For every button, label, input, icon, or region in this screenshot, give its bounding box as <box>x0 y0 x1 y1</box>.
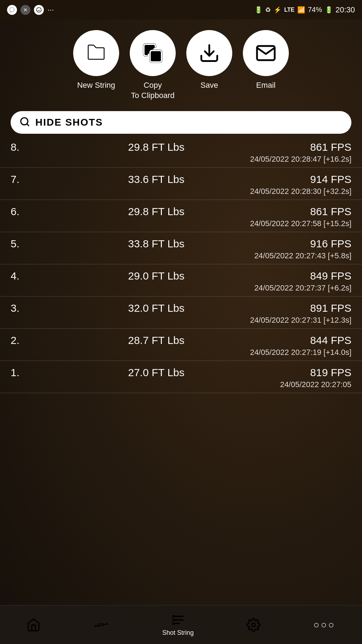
shot-timestamp: 24/05/2022 20:27:37 [+6.2s] <box>11 283 351 293</box>
action-row: New String CopyTo Clipboard <box>0 19 362 108</box>
nav-home[interactable] <box>19 614 48 636</box>
shot-item-1[interactable]: 1.27.0 FT Lbs819 FPS24/05/2022 20:27:05 <box>0 361 362 393</box>
shot-energy: 29.8 FT Lbs <box>32 141 281 153</box>
bluetooth-icon: ⚡ <box>274 6 281 14</box>
email-button[interactable]: Email <box>243 30 289 91</box>
shot-timestamp: 24/05/2022 20:28:47 [+16.2s] <box>11 155 351 164</box>
shot-energy: 29.0 FT Lbs <box>32 270 281 282</box>
shot-energy: 27.0 FT Lbs <box>32 367 281 379</box>
svg-line-13 <box>95 626 95 627</box>
shot-fps: 916 FPS <box>281 238 351 250</box>
shot-item-4[interactable]: 4.29.0 FT Lbs849 FPS24/05/2022 20:27:37 … <box>0 264 362 297</box>
clock: 20:30 <box>335 5 355 15</box>
shot-list: 8.29.8 FT Lbs861 FPS24/05/2022 20:28:47 … <box>0 136 362 605</box>
shot-string-nav-label: Shot String <box>162 629 194 637</box>
nav-settings[interactable] <box>239 614 268 636</box>
svg-rect-5 <box>150 51 162 62</box>
shot-item-7[interactable]: 7.33.6 FT Lbs914 FPS24/05/2022 20:28:30 … <box>0 168 362 200</box>
recycle-icon: ♻ <box>265 6 271 14</box>
save-label: Save <box>200 80 218 91</box>
shot-timestamp: 24/05/2022 20:27:19 [+14.0s] <box>11 348 351 357</box>
status-bar-right: 🔋 ♻ ⚡ LTE 📶 74% 🔋 20:30 <box>255 5 355 15</box>
more-dots-icon: ○○○ <box>314 619 336 631</box>
smiley-icon <box>34 5 44 15</box>
battery-percent: 74% <box>308 6 322 14</box>
shot-energy: 32.0 FT Lbs <box>32 302 281 314</box>
shot-fps: 891 FPS <box>281 302 351 314</box>
nav-shot-string[interactable]: Shot String <box>155 609 201 640</box>
shot-item-8[interactable]: 8.29.8 FT Lbs861 FPS24/05/2022 20:28:47 … <box>0 136 362 168</box>
save-circle <box>186 30 232 76</box>
shot-item-2[interactable]: 2.28.7 FT Lbs844 FPS24/05/2022 20:27:19 … <box>0 329 362 361</box>
shot-fps: 819 FPS <box>281 367 351 379</box>
lte-indicator: LTE <box>284 7 294 13</box>
shot-fps: 844 FPS <box>281 334 351 346</box>
svg-point-22 <box>173 623 174 624</box>
email-circle <box>243 30 289 76</box>
svg-point-21 <box>173 616 174 617</box>
nav-more[interactable]: ○○○ <box>306 616 343 634</box>
home-icon <box>27 618 41 632</box>
signal-bars: 📶 <box>297 6 305 14</box>
shot-fps: 849 FPS <box>281 270 351 282</box>
svg-point-0 <box>36 7 41 12</box>
shot-item-3[interactable]: 3.32.0 FT Lbs891 FPS24/05/2022 20:27:31 … <box>0 297 362 329</box>
new-string-button[interactable]: New String <box>73 30 119 91</box>
copy-clipboard-label: CopyTo Clipboard <box>131 80 175 100</box>
shot-energy: 33.8 FT Lbs <box>32 238 281 250</box>
rifle-icon <box>93 617 110 633</box>
shot-energy: 33.6 FT Lbs <box>32 173 281 185</box>
battery-icon: 🔋 <box>255 6 262 14</box>
new-string-label: New String <box>77 80 115 91</box>
shot-timestamp: 24/05/2022 20:27:31 [+12.3s] <box>11 316 351 325</box>
new-string-circle <box>73 30 119 76</box>
list-icon <box>171 613 185 627</box>
copy-clipboard-button[interactable]: CopyTo Clipboard <box>130 30 176 100</box>
svg-point-20 <box>173 619 174 620</box>
shot-timestamp: 24/05/2022 20:27:58 [+15.2s] <box>11 219 351 228</box>
hide-shots-bar[interactable]: HIDE SHOTS <box>11 111 351 134</box>
shot-timestamp: 24/05/2022 20:28:30 [+32.2s] <box>11 187 351 196</box>
copy-clipboard-circle <box>130 30 176 76</box>
shot-number: 5. <box>11 238 32 250</box>
battery-full-icon: 🔋 <box>325 6 333 14</box>
shot-fps: 861 FPS <box>281 206 351 218</box>
shot-number: 3. <box>11 302 32 314</box>
shot-number: 1. <box>11 367 32 379</box>
shot-number: 6. <box>11 206 32 218</box>
email-label: Email <box>256 80 275 91</box>
shot-item-5[interactable]: 5.33.8 FT Lbs916 FPS24/05/2022 20:27:43 … <box>0 232 362 264</box>
svg-line-9 <box>27 124 29 126</box>
shot-item-6[interactable]: 6.29.8 FT Lbs861 FPS24/05/2022 20:27:58 … <box>0 200 362 232</box>
shot-number: 8. <box>11 141 32 153</box>
status-bar: ✕ ··· 🔋 ♻ ⚡ LTE 📶 74% 🔋 20:30 <box>0 0 362 19</box>
hide-shots-label: HIDE SHOTS <box>35 117 103 128</box>
shot-number: 2. <box>11 334 32 346</box>
nav-rifle[interactable] <box>86 613 117 637</box>
shot-fps: 914 FPS <box>281 173 351 185</box>
shot-fps: 861 FPS <box>281 141 351 153</box>
shot-energy: 29.8 FT Lbs <box>32 206 281 218</box>
save-button[interactable]: Save <box>186 30 232 91</box>
close-icon: ✕ <box>21 5 30 15</box>
bottom-nav: Shot String ○○○ <box>0 605 362 644</box>
shot-timestamp: 24/05/2022 20:27:05 <box>11 380 351 389</box>
shot-number: 7. <box>11 173 32 185</box>
svg-point-23 <box>252 623 255 627</box>
settings-icon <box>246 618 261 632</box>
shot-timestamp: 24/05/2022 20:27:43 [+5.8s] <box>11 251 351 260</box>
shot-number: 4. <box>11 270 32 282</box>
search-icon <box>19 116 30 128</box>
status-bar-left: ✕ ··· <box>7 5 54 15</box>
shot-energy: 28.7 FT Lbs <box>32 334 281 346</box>
messenger-icon <box>7 5 17 15</box>
